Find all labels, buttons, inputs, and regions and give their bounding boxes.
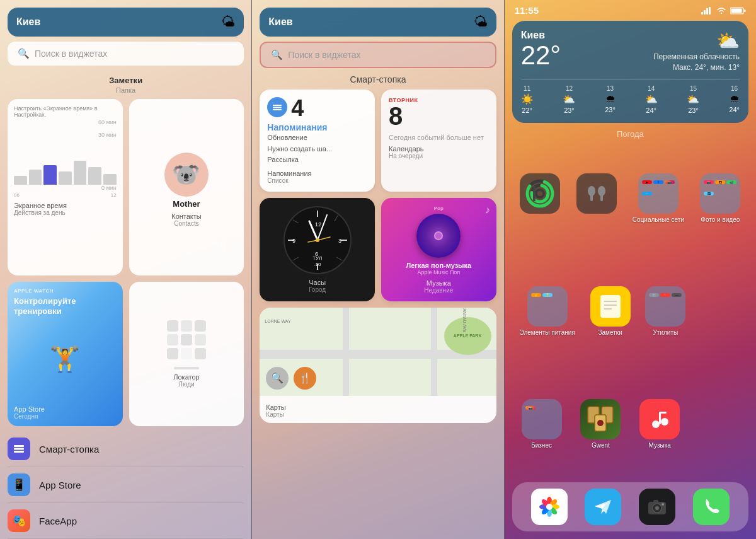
reminders-card[interactable]: 4 Напоминания Обновление Нужно создать ш… <box>260 90 375 192</box>
list-item-smart-stack[interactable]: Смарт-стопка <box>8 431 244 467</box>
maps-card[interactable]: APPLE PARK LORNE WAY TANTAU AVE 🔍 🍴 Карт… <box>260 308 496 423</box>
biz-folder-label: Бизнес <box>531 442 552 449</box>
svg-point-49 <box>652 420 660 428</box>
appstore-title: Контролируйте тренировки <box>14 296 117 316</box>
appstore-widget[interactable]: APPLE WATCH Контролируйте тренировки 🏋️ … <box>8 282 123 426</box>
gwent-icon <box>580 399 621 439</box>
weather-desc: Переменная облачность <box>653 52 740 62</box>
notes-app-label: Заметки <box>598 329 622 336</box>
utils-folder-container[interactable]: ⚙️ 🔴 — Утилиты <box>645 286 685 336</box>
dock-phone[interactable] <box>693 489 730 525</box>
weather-city-large: Киев <box>521 30 561 41</box>
status-time: 11:55 <box>515 5 539 16</box>
rings-container[interactable] <box>520 173 560 223</box>
weather-widget-large[interactable]: Киев 22° ⛅ Переменная облачность Макс. 2… <box>512 21 748 123</box>
svg-text:9: 9 <box>292 238 295 244</box>
maps-park-label: APPLE PARK <box>454 333 482 339</box>
calendar-card[interactable]: ВТОРНИК 8 Сегодня событий больше нет Кал… <box>381 90 496 192</box>
svg-rect-30 <box>744 9 746 12</box>
placeholder-container <box>701 286 741 336</box>
dock-telegram[interactable] <box>585 489 621 525</box>
clock-face-container: 12 6 3 9 ТУЛ -10 <box>283 206 352 275</box>
maps-food-btn[interactable]: 🍴 <box>294 367 316 390</box>
svg-rect-24 <box>701 12 703 14</box>
list-item-appstore[interactable]: 📱 App Store <box>8 467 244 503</box>
power-folder-container[interactable]: ⚡ 🔋 Элементы питания <box>520 286 575 336</box>
reminder-count: 4 <box>291 97 304 120</box>
camera-svg <box>646 496 668 518</box>
music-card[interactable]: ♪ Pop Легкая поп-музыка Apple Music Поп … <box>381 198 496 301</box>
contacts-sub: Contacts <box>135 220 238 227</box>
contact-avatar: 🐨 <box>164 153 209 197</box>
airpods-container[interactable] <box>576 173 617 223</box>
contacts-widget[interactable]: 🐨 Mother Контакты Contacts <box>129 99 244 275</box>
weather-header-1[interactable]: Киев 🌤 <box>8 8 244 37</box>
search-icon-1: 🔍 <box>18 48 30 59</box>
svg-rect-68 <box>653 500 658 503</box>
svg-rect-2 <box>14 451 24 453</box>
maps-road-v2 <box>431 308 437 396</box>
forecast-day-3: 14 ⛅ 24° <box>645 85 658 114</box>
search-bar-2[interactable]: 🔍 Поиск в виджетах <box>260 42 496 68</box>
panel-widget-picker: Киев 🌤 🔍 Поиск в виджетах Заметки Папка … <box>0 0 251 539</box>
panel-home-screen: 11:55 <box>505 0 756 539</box>
music-app-container[interactable]: Музыка <box>639 399 680 449</box>
forecast-day-0: 11 ☀️ 22° <box>521 85 534 114</box>
appstore-image: 🏋️ <box>14 316 117 402</box>
maps-section: Карты <box>266 411 490 418</box>
stack-row-1: 4 Напоминания Обновление Нужно создать ш… <box>260 90 496 192</box>
clock-city-label: ТУЛ <box>312 255 322 261</box>
biz-folder-container[interactable]: 📷 Бизнес <box>522 399 562 449</box>
faceapp-label: FaceApp <box>39 516 77 526</box>
svg-point-67 <box>655 506 659 510</box>
gwent-label: Gwent <box>592 442 610 449</box>
dock-camera[interactable] <box>639 489 675 525</box>
maps-footer: Карты Карты <box>260 396 496 423</box>
reminder-app-icon <box>267 97 287 117</box>
maps-search-btn[interactable]: 🔍 <box>266 367 289 390</box>
maps-bg: APPLE PARK LORNE WAY TANTAU AVE 🔍 🍴 <box>260 308 496 396</box>
screen-time-widget[interactable]: Настроить «Экранное время» в Настройках.… <box>8 99 123 275</box>
social-folder-icon: ▶ f 📷 🐦 <box>638 173 679 214</box>
svg-rect-0 <box>14 445 24 447</box>
panel-smart-stack: Киев 🌤 🔍 Поиск в виджетах Смарт-стопка 4 <box>252 0 503 539</box>
dock-photos[interactable] <box>531 489 568 525</box>
locator-label: Локатор <box>173 373 199 381</box>
weather-widget-label: Погода <box>505 129 756 139</box>
gwent-svg <box>585 403 616 435</box>
apps-row-2: ⚡ 🔋 Элементы питания <box>512 286 748 336</box>
weather-icon-1: 🌤 <box>221 14 235 30</box>
forecast-day-1: 12 ⛅ 23° <box>563 85 575 114</box>
placeholder2 <box>699 399 739 449</box>
social-folder-container[interactable]: ▶ f 📷 🐦 Социальные сети <box>633 173 684 223</box>
cal-day: ВТОРНИК <box>389 97 489 103</box>
weather-left: Киев 22° <box>521 30 561 69</box>
maps-label: Карты <box>266 403 490 411</box>
search-bar-1[interactable]: 🔍 Поиск в виджетах <box>8 42 244 66</box>
airpods-svg <box>583 180 610 207</box>
telegram-svg <box>592 496 614 518</box>
st-30min: 30 мин <box>14 132 117 138</box>
wifi-icon <box>716 7 726 14</box>
locator-widget[interactable]: Локатор Люди <box>129 282 244 426</box>
list-item-faceapp[interactable]: 🎭 FaceApp <box>8 503 244 539</box>
phone-svg <box>701 497 721 517</box>
maps-road-v1 <box>343 308 349 396</box>
utils-folder-label: Утилиты <box>653 329 678 336</box>
smart-stack-label: Смарт-стопка <box>39 444 99 455</box>
calendar-label: Календарь <box>389 145 489 153</box>
weather-desc2: Макс. 24°, мин. 13° <box>653 62 740 73</box>
music-disc-inner <box>434 231 443 240</box>
svg-rect-52 <box>659 412 667 414</box>
photos-svg <box>537 495 561 519</box>
photo-folder-container[interactable]: 📷 🎞 📹 🖼 Фото и видео <box>700 173 740 223</box>
svg-point-37 <box>588 186 595 196</box>
bar-chart <box>14 141 117 185</box>
clock-card[interactable]: 12 6 3 9 ТУЛ -10 Часы Город <box>260 198 375 301</box>
weather-header-2[interactable]: Киев 🌤 <box>260 8 496 37</box>
gwent-container[interactable]: Gwent <box>580 399 621 449</box>
stack-row-2: 12 6 3 9 ТУЛ -10 Часы Город ♪ Pop <box>260 198 496 301</box>
notes-app-container[interactable]: Заметки <box>590 286 631 336</box>
svg-point-39 <box>598 186 605 196</box>
screen-time-sub: Действия за день <box>14 209 117 216</box>
